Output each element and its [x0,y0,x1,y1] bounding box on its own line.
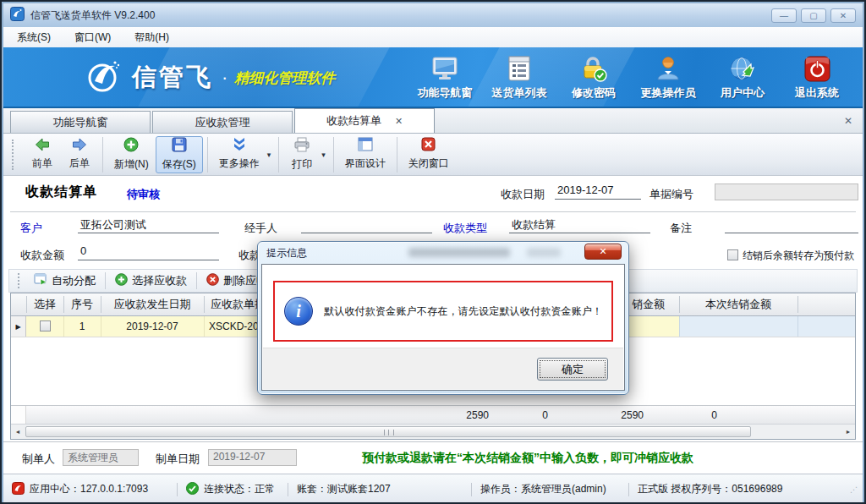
row-select-cell[interactable] [26,316,63,337]
ui-design-button[interactable]: 界面设计 [338,136,392,173]
dialog-title-bar[interactable]: 提示信息 ✕ [258,242,628,264]
customer-field[interactable]: 亚拓公司测试 [78,217,219,233]
dialog-message: 默认收付款资金账户不存在，请先设定默认收付款资金账户！ [324,304,602,319]
prev-doc-button[interactable]: 前单 [24,136,61,173]
column-divider [26,296,27,313]
horizontal-scrollbar[interactable]: ◄ ► [11,424,855,439]
column-select[interactable]: 选择 [26,293,63,315]
auto-allocate-button[interactable]: 自动分配 [26,271,103,291]
brand-separator: · [222,67,227,89]
nav-window-button[interactable]: 功能导航窗 [408,55,482,101]
row-date-cell: 2019-12-07 [101,316,204,337]
dialog-footer: 确定 [263,348,623,389]
title-bar: 信管飞送货单软件 V9.2.400 — ▢ ✕ [3,3,863,27]
row-checkbox[interactable] [40,320,51,331]
make-date-label: 制单日期 [156,452,200,467]
maximize-button[interactable]: ▢ [801,8,826,23]
tab-label: 应收款管理 [195,115,250,130]
transfer-checkbox[interactable]: 结销后余额转存为预付款 [727,247,854,263]
select-receivable-button[interactable]: 选择应收款 [107,271,195,291]
amount-field[interactable]: 0 [78,244,219,260]
make-date-field: 2019-12-07 [208,449,297,466]
menu-help[interactable]: 帮助(H) [134,30,169,45]
customer-label[interactable]: 客户 [20,221,42,236]
monitor-icon [430,55,459,82]
banner-button-label: 功能导航窗 [418,85,473,101]
toolbar-separator [105,272,106,289]
ok-button[interactable]: 确定 [537,358,608,381]
toolbar-button-label: 打印 [292,157,312,172]
checkbox-box[interactable] [727,249,738,260]
toolbar-separator [397,137,397,173]
status-account-set: 账套：测试账套1207 [288,481,471,498]
status-operator: 操作员：系统管理员(admin) [472,481,628,498]
tab-strip: 功能导航窗 应收款管理 收款结算单 ✕ ✕ [3,108,863,134]
column-current-settle[interactable]: 本次结销金额 [679,293,797,315]
maker-label: 制单人 [22,452,55,467]
column-settled[interactable]: 销金额 [632,293,665,315]
grid-totals-row: 2590 0 2590 0 [11,405,855,424]
cell-divider [797,316,798,337]
toolbar-grip [12,140,15,170]
delivery-list-button[interactable]: 送货单列表 [482,55,556,101]
new-button[interactable]: 新增(N) [107,136,156,173]
tab-nav-window[interactable]: 功能导航窗 [10,111,151,133]
scroll-left-arrow[interactable]: ◄ [11,425,25,438]
negative-amount-hint: 预付款或退款请在“本次结销金额”中输入负数，即可冲销应收款 [362,451,693,466]
resize-grip[interactable]: ⋰ [850,485,858,494]
save-button[interactable]: 保存(S) [156,136,203,173]
form-title: 收款结算单 [25,184,97,201]
column-seq[interactable]: 序号 [63,293,101,315]
next-doc-button[interactable]: 后单 [61,136,98,173]
remark-field[interactable] [725,217,858,233]
cell-divider [204,316,205,337]
tab-close-icon[interactable]: ✕ [395,116,403,127]
arrow-right-icon [72,138,87,154]
change-password-button[interactable]: 修改密码 [556,55,631,101]
tab-receivables[interactable]: 应收款管理 [152,111,293,133]
application-window: 信管飞送货单软件 V9.2.400 — ▢ ✕ 系统(S) 窗口(W) 帮助(H… [0,0,866,504]
exit-system-button[interactable]: 退出系统 [780,55,854,101]
receipt-type-label[interactable]: 收款类型 [443,221,487,236]
banner-buttons: 功能导航窗 送货单列表 修改密码 更换操作员 [408,55,854,101]
more-actions-button[interactable]: 更多操作 [212,136,266,173]
brand-bird-icon [85,58,123,98]
receipt-type-field[interactable]: 收款结算 [509,217,650,233]
menu-system[interactable]: 系统(S) [17,30,51,45]
dropdown-caret-icon[interactable]: ▾ [321,151,326,159]
app-logo-red-icon [12,482,25,497]
tabstrip-close-icon[interactable]: ✕ [844,115,852,127]
toolbar-button-label: 后单 [69,156,90,171]
user-center-button[interactable]: 用户中心 [705,55,780,101]
row-settle-cells [679,316,855,337]
toolbar-button-label: 更多操作 [219,156,260,171]
dialog-body: i 默认收付款资金账户不存在，请先设定默认收付款资金账户！ 确定 [261,264,625,391]
doc-no-label: 单据编号 [650,187,693,202]
double-chevron-down-icon [232,137,247,154]
printer-icon [293,137,310,155]
column-date[interactable]: 应收款发生日期 [101,293,204,315]
handler-field[interactable] [301,217,432,233]
dropdown-caret-icon[interactable]: ▾ [267,151,271,159]
close-window-button[interactable]: 关闭窗口 [402,136,456,173]
tab-receipt-settlement[interactable]: 收款结算单 ✕ [294,108,435,133]
total-current: 0 [658,406,717,425]
close-button[interactable]: ✕ [830,8,856,23]
totals-marker-cell [11,406,26,424]
column-divider [797,296,798,313]
print-button[interactable]: 打印 [283,136,321,173]
plus-circle-icon [115,273,128,288]
scrollbar-thumb[interactable] [25,426,751,437]
toolbar-button-label: 界面设计 [345,156,386,171]
scroll-right-arrow[interactable]: ► [841,425,855,438]
menu-window[interactable]: 窗口(W) [74,30,111,45]
arrow-left-icon [35,138,50,154]
switch-operator-button[interactable]: 更换操作员 [631,55,705,101]
grid-button-label: 选择应收款 [132,273,187,288]
green-check-icon [186,482,199,497]
toolbar-separator [207,137,208,173]
receipt-date-field[interactable]: 2019-12-07 [555,184,641,200]
dialog-close-button[interactable]: ✕ [584,244,622,260]
minimize-button[interactable]: — [771,8,797,23]
doc-no-field [715,184,858,200]
